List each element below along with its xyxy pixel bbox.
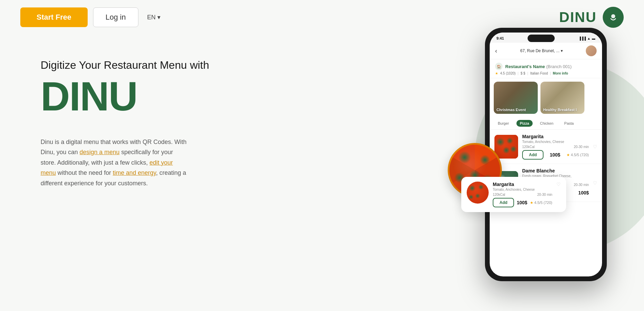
dynamic-island	[528, 35, 555, 42]
wifi-icon: ▲	[587, 37, 591, 40]
float-rating: ★ 4.5/5 (720)	[530, 201, 552, 205]
star-icon-margarita: ★	[567, 153, 570, 157]
add-float-button[interactable]: Add	[493, 198, 514, 207]
restaurant-name: Restaurant's Name (Branch 001)	[505, 64, 572, 69]
language-selector[interactable]: EN ▾	[147, 14, 160, 21]
start-free-button[interactable]: Start Free	[20, 7, 88, 27]
add-margarita-button[interactable]: Add	[522, 150, 543, 160]
margarita-time: 20-30 min	[574, 145, 589, 149]
margarita-info: Margarita Tomato, Anchovies, Cheese 120k…	[522, 134, 589, 160]
back-button[interactable]: ‹	[495, 47, 497, 55]
header-left: Start Free Log in EN ▾	[20, 7, 160, 27]
category-cards: Christmas Event Healthy Breakfast I	[490, 78, 602, 117]
float-price-row: Add 100$ ★ 4.5/5 (720)	[493, 198, 552, 207]
star-icon-float: ★	[530, 201, 533, 205]
restaurant-title-row: 🏠 Restaurant's Name (Branch 001)	[495, 63, 597, 70]
category-label-christmas: Christmas Event	[496, 108, 526, 112]
menu-item-margarita: Margarita Tomato, Anchovies, Cheese 120k…	[490, 130, 602, 164]
tab-chicken[interactable]: Chicken	[537, 120, 557, 127]
status-icons: ▐▐▐ ▲ ▬	[579, 37, 595, 40]
favorite-icon-dame[interactable]: ♡	[593, 180, 597, 186]
margarita-details: 120kCal 20-30 min	[522, 145, 589, 149]
hero-text: Digitize Your Restaurant Menu with DINU …	[41, 48, 217, 189]
brand-icon-header	[603, 7, 624, 28]
favorite-icon-float[interactable]: ♡	[556, 182, 561, 187]
rating-text: 4.5 (1020)	[500, 71, 516, 75]
tab-pizza[interactable]: Pizza	[516, 120, 533, 127]
float-card-content: Margarita Tomato, Anchovies, Cheese 120k…	[467, 182, 561, 207]
phone-time: 9:41	[496, 36, 504, 40]
hero-section: Digitize Your Restaurant Menu with DINU …	[0, 35, 644, 189]
category-label-breakfast: Healthy Breakfast I	[543, 108, 577, 112]
svg-point-0	[611, 14, 615, 18]
margarita-rating: ★ 4.5/5 (720)	[567, 153, 589, 157]
price-text: $ $	[520, 71, 525, 75]
menu-tabs: Burger Pizza Chicken Pasta	[490, 117, 602, 130]
dame-name: Dame Blanche	[522, 168, 589, 173]
chevron-down-icon: ▾	[157, 14, 160, 21]
float-pizza-image	[467, 182, 489, 204]
category-card-breakfast[interactable]: Healthy Breakfast I	[540, 82, 584, 114]
login-button[interactable]: Log in	[93, 7, 138, 27]
restaurant-header: 🏠 Restaurant's Name (Branch 001) ★ 4.5 (…	[490, 59, 602, 78]
phone-device: 9:41 ▐▐▐ ▲ ▬ ‹ 67, Rue De Brunet, ... ▾	[485, 28, 607, 281]
float-item-details: 120kCal 20-30 min	[493, 193, 552, 196]
hero-subtitle: Digitize Your Restaurant Menu with	[41, 58, 217, 72]
dropdown-icon[interactable]: ▾	[561, 48, 563, 53]
margarita-calories: 120kCal	[522, 145, 535, 149]
hero-link-time[interactable]: time and energy	[113, 169, 156, 176]
lang-label: EN	[147, 14, 156, 21]
float-item-name: Margarita	[493, 182, 552, 187]
hero-description: Dinu is a digital menu that works with Q…	[41, 137, 190, 189]
hero-link-design[interactable]: design a menu	[80, 149, 119, 156]
float-item-info: Margarita Tomato, Anchovies, Cheese 120k…	[493, 182, 552, 207]
restaurant-icon: 🏠	[495, 63, 503, 70]
more-info-link[interactable]: More info	[553, 71, 568, 75]
favorite-icon-margarita[interactable]: ♡	[593, 144, 597, 149]
margarita-ingredients: Tomato, Anchovies, Cheese	[522, 140, 589, 144]
brand-name-header: DINU	[559, 9, 597, 25]
location-label: 67, Rue De Brunet, ... ▾	[501, 48, 582, 53]
dame-price: 100$	[578, 190, 589, 195]
user-avatar[interactable]	[586, 45, 597, 56]
float-item-ingredients: Tomato, Anchovies, Cheese	[493, 188, 552, 191]
margarita-price-row: Add 100$ ★ 4.5/5 (720)	[522, 150, 589, 160]
phone-mockup: 9:41 ▐▐▐ ▲ ▬ ‹ 67, Rue De Brunet, ... ▾	[468, 28, 624, 281]
float-price: 100$	[517, 200, 527, 205]
category-card-christmas[interactable]: Christmas Event	[494, 82, 538, 114]
restaurant-meta: ★ 4.5 (1020) | $ $ | Italian Food | More…	[495, 71, 597, 75]
margarita-name: Margarita	[522, 134, 589, 139]
nav-bar: ‹ 67, Rue De Brunet, ... ▾	[490, 43, 602, 59]
phone-screen: 9:41 ▐▐▐ ▲ ▬ ‹ 67, Rue De Brunet, ... ▾	[490, 33, 602, 276]
star-icon: ★	[495, 71, 498, 75]
float-calories: 120kCal	[493, 193, 505, 196]
header-right: DINU	[559, 7, 624, 28]
status-bar: 9:41 ▐▐▐ ▲ ▬	[490, 33, 602, 43]
food-type-text: Italian Food	[530, 71, 548, 75]
dame-time: 20-30 min	[574, 183, 589, 187]
float-time: 20-30 min	[537, 193, 552, 196]
floating-item-card: Margarita Tomato, Anchovies, Cheese 120k…	[461, 177, 566, 212]
margarita-image	[494, 135, 518, 159]
tab-burger[interactable]: Burger	[494, 120, 512, 127]
battery-icon: ▬	[592, 37, 595, 40]
float-pizza-toppings	[467, 182, 489, 204]
signal-icon: ▐▐▐	[579, 37, 586, 40]
margarita-price: 100$	[550, 152, 560, 158]
tab-pasta[interactable]: Pasta	[561, 120, 577, 127]
hero-brand: DINU	[41, 76, 217, 117]
